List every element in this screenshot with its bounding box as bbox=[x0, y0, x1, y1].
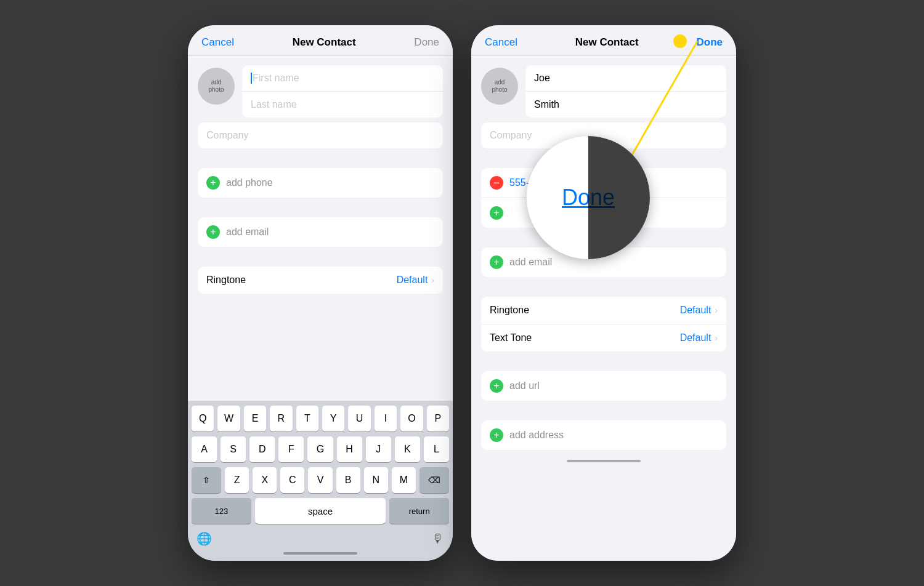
key-z[interactable]: Z bbox=[225, 467, 249, 493]
key-p[interactable]: P bbox=[427, 406, 449, 431]
right-add-email-label: add email bbox=[509, 257, 552, 268]
left-add-phone-label: add phone bbox=[226, 177, 273, 188]
left-add-phone-card: add phone bbox=[198, 168, 443, 198]
key-e[interactable]: E bbox=[244, 406, 266, 431]
right-add-photo-button[interactable]: add photo bbox=[481, 68, 518, 105]
right-company-input[interactable] bbox=[490, 130, 718, 141]
left-first-name-input[interactable] bbox=[251, 73, 434, 84]
key-x[interactable]: X bbox=[253, 467, 277, 493]
right-phone-value: 555-5555 bbox=[509, 177, 551, 188]
right-first-name-input[interactable] bbox=[534, 73, 718, 84]
keyboard: Q W E R T Y U I O P A S D F G H J K L ⇧ … bbox=[188, 401, 453, 561]
right-add-phone-icon[interactable] bbox=[490, 206, 503, 220]
right-ringtone-right: Default › bbox=[680, 305, 718, 316]
right-add-address-row[interactable]: add address bbox=[481, 420, 726, 450]
left-company-input[interactable] bbox=[206, 130, 434, 141]
right-add-url-row[interactable]: add url bbox=[481, 371, 726, 401]
key-w[interactable]: W bbox=[217, 406, 240, 431]
right-add-email-row[interactable]: add email bbox=[481, 247, 726, 277]
key-v[interactable]: V bbox=[308, 467, 332, 493]
right-cancel-button[interactable]: Cancel bbox=[485, 36, 517, 49]
right-last-name-input[interactable] bbox=[534, 99, 718, 110]
right-add-address-icon[interactable] bbox=[490, 428, 503, 442]
left-last-name-input[interactable] bbox=[251, 99, 434, 110]
key-r[interactable]: R bbox=[270, 406, 292, 431]
globe-icon[interactable]: 🌐 bbox=[197, 531, 212, 546]
left-ringtone-card: Ringtone Default › bbox=[198, 267, 443, 294]
right-name-section: add photo bbox=[471, 55, 736, 118]
right-last-name-row bbox=[525, 92, 726, 118]
key-h[interactable]: H bbox=[337, 436, 362, 462]
right-add-email-icon[interactable] bbox=[490, 255, 503, 269]
key-y[interactable]: Y bbox=[322, 406, 344, 431]
left-add-email-card: add email bbox=[198, 217, 443, 247]
right-ringtone-card: Ringtone Default › Text Tone Default › bbox=[481, 297, 726, 351]
key-b[interactable]: B bbox=[336, 467, 360, 493]
right-phone-panel: Cancel New Contact Done add photo bbox=[471, 25, 736, 561]
left-add-email-row[interactable]: add email bbox=[198, 217, 443, 247]
left-nav-title: New Contact bbox=[293, 36, 356, 49]
home-indicator bbox=[283, 552, 357, 555]
key-delete[interactable]: ⌫ bbox=[419, 467, 449, 493]
key-s[interactable]: S bbox=[221, 436, 246, 462]
key-123[interactable]: 123 bbox=[192, 498, 251, 524]
key-a[interactable]: A bbox=[192, 436, 217, 462]
right-add-address-card: add address bbox=[481, 420, 726, 450]
right-nav-bar: Cancel New Contact Done bbox=[471, 25, 736, 55]
right-panel-wrapper: Cancel New Contact Done add photo bbox=[471, 25, 736, 561]
left-add-email-label: add email bbox=[226, 227, 269, 238]
key-return[interactable]: return bbox=[389, 498, 449, 524]
right-name-fields bbox=[525, 65, 726, 118]
keyboard-row-3: ⇧ Z X C V B N M ⌫ bbox=[192, 467, 449, 493]
left-name-fields bbox=[242, 65, 443, 118]
key-l[interactable]: L bbox=[424, 436, 449, 462]
right-ringtone-row[interactable]: Ringtone Default › bbox=[481, 297, 726, 324]
left-add-photo-button[interactable]: add photo bbox=[198, 68, 235, 105]
left-ringtone-right: Default › bbox=[397, 275, 434, 286]
keyboard-row-4: 123 space return bbox=[192, 498, 449, 524]
right-add-url-label: add url bbox=[509, 380, 540, 391]
keyboard-row-2: A S D F G H J K L bbox=[192, 436, 449, 462]
key-k[interactable]: K bbox=[395, 436, 420, 462]
key-i[interactable]: I bbox=[375, 406, 397, 431]
right-company-field bbox=[481, 122, 726, 148]
right-phone-card: 555-5555 bbox=[481, 168, 726, 228]
key-c[interactable]: C bbox=[280, 467, 304, 493]
key-u[interactable]: U bbox=[348, 406, 370, 431]
key-space[interactable]: space bbox=[255, 498, 386, 524]
key-f[interactable]: F bbox=[278, 436, 304, 462]
left-add-email-icon[interactable] bbox=[206, 225, 220, 239]
key-t[interactable]: T bbox=[296, 406, 318, 431]
right-add-phone-row2[interactable] bbox=[481, 198, 726, 228]
key-d[interactable]: D bbox=[249, 436, 275, 462]
right-add-email-card: add email bbox=[481, 247, 726, 277]
right-add-url-icon[interactable] bbox=[490, 379, 503, 393]
key-m[interactable]: M bbox=[392, 467, 416, 493]
right-texttone-row[interactable]: Text Tone Default › bbox=[481, 324, 726, 351]
left-ringtone-chevron: › bbox=[431, 275, 434, 285]
left-phone-panel: Cancel New Contact Done add photo bbox=[188, 25, 453, 561]
left-ringtone-label: Ringtone bbox=[206, 275, 246, 286]
left-company-field bbox=[198, 122, 443, 148]
right-texttone-chevron: › bbox=[715, 333, 718, 343]
right-first-name-row bbox=[525, 65, 726, 92]
left-done-button[interactable]: Done bbox=[414, 36, 439, 49]
key-shift[interactable]: ⇧ bbox=[192, 467, 221, 493]
left-ringtone-row[interactable]: Ringtone Default › bbox=[198, 267, 443, 294]
key-o[interactable]: O bbox=[400, 406, 423, 431]
key-j[interactable]: J bbox=[366, 436, 391, 462]
left-cancel-button[interactable]: Cancel bbox=[201, 36, 234, 49]
left-last-name-row bbox=[242, 92, 443, 118]
right-ringtone-chevron: › bbox=[715, 305, 718, 315]
right-remove-phone-button[interactable] bbox=[490, 176, 503, 190]
mic-icon[interactable]: 🎙 bbox=[432, 532, 444, 546]
right-texttone-value: Default bbox=[680, 332, 711, 343]
right-done-button[interactable]: Done bbox=[696, 36, 723, 49]
key-n[interactable]: N bbox=[364, 467, 388, 493]
key-q[interactable]: Q bbox=[192, 406, 214, 431]
left-add-phone-icon[interactable] bbox=[206, 176, 220, 190]
right-contact-form: add photo bbox=[471, 55, 736, 561]
right-ringtone-label: Ringtone bbox=[490, 305, 529, 316]
left-add-phone-row[interactable]: add phone bbox=[198, 168, 443, 198]
key-g[interactable]: G bbox=[307, 436, 333, 462]
